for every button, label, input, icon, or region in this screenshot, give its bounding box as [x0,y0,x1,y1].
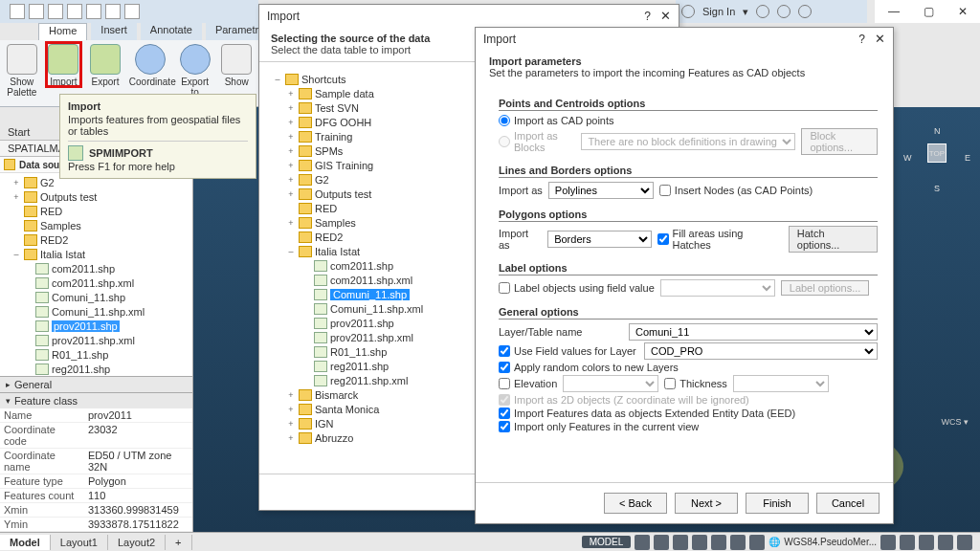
label-objects-checkbox[interactable] [499,282,510,294]
tab-insert[interactable]: Insert [91,23,137,40]
thickness-check[interactable]: Thickness [664,378,727,389]
dialog1-titlebar[interactable]: Import ? ✕ [259,5,679,27]
back-button[interactable]: < Back [604,493,667,514]
tree-file[interactable]: com2011.shp [0,261,192,276]
status-anno-icon[interactable] [900,535,915,550]
expand-icon[interactable]: + [286,103,296,113]
elevation-checkbox[interactable] [499,378,510,389]
qa-new-icon[interactable] [10,4,25,19]
dialog2-close-icon[interactable]: ✕ [875,32,885,46]
signin-dropdown-icon[interactable]: ▾ [743,6,748,18]
expand-icon[interactable]: + [286,405,296,414]
qa-open-icon[interactable] [29,4,44,19]
expand-icon[interactable]: + [11,178,21,187]
tree-file[interactable]: Comuni_11.shp.xml [0,304,192,319]
model-space-pill[interactable]: MODEL [582,536,632,548]
cart-icon[interactable] [756,5,769,18]
next-button[interactable]: Next > [675,493,738,514]
expand-icon[interactable]: + [286,189,296,199]
status-custom-icon[interactable] [957,535,972,550]
random-colors-check[interactable]: Apply random colors to new Layers [499,362,679,373]
show-button[interactable]: Show [218,42,255,87]
tab-layout1[interactable]: Layout1 [51,535,108,550]
tree-file[interactable]: prov2011.shp.xml [0,333,192,347]
use-field-layer-checkbox[interactable] [499,345,510,357]
maximize-button[interactable]: ▢ [911,0,946,23]
expand-icon[interactable]: + [286,390,296,400]
tree-file[interactable]: Comuni_11.shp [0,290,192,304]
export-button[interactable]: Export [87,42,123,87]
autodesk-app-icon[interactable] [777,5,791,18]
insert-nodes-checkbox[interactable] [659,185,671,196]
random-colors-checkbox[interactable] [499,362,510,373]
status-workspace-icon[interactable] [919,535,934,550]
opt-cad-points[interactable]: Import as CAD points [499,115,614,126]
import-eed-check[interactable]: Import Features data as objects Extended… [499,408,795,419]
tree-file[interactable]: prov2011.shp [0,319,192,333]
coord-system-label[interactable]: WGS84.PseudoMer... [784,537,877,547]
tree-file[interactable]: reg2011.shp [0,362,192,376]
fill-hatches-checkbox[interactable] [657,233,669,245]
expand-icon[interactable]: + [286,146,296,156]
dialog1-help-icon[interactable]: ? [644,10,651,23]
tree-folder[interactable]: RED [0,204,192,218]
radio-cad-points[interactable] [499,115,510,126]
help-icon[interactable] [798,5,812,18]
minimize-button[interactable]: — [877,0,911,23]
expand-icon[interactable]: + [286,118,296,127]
finish-button[interactable]: Finish [746,493,809,514]
expand-icon[interactable]: + [286,89,296,99]
tree-file[interactable]: R01_11.shp [0,347,192,362]
coordinate-button[interactable]: Coordinate [129,42,171,87]
status-polar-icon[interactable] [692,535,707,550]
import-current-view-check[interactable]: Import only Features in the current view [499,421,699,432]
expand-icon[interactable]: – [11,250,21,259]
hatch-options-button[interactable]: Hatch options... [789,226,878,253]
qa-saveas-icon[interactable] [67,4,82,19]
status-snap-icon[interactable] [654,535,669,550]
tree-folder[interactable]: –Italia Istat [0,247,192,261]
tab-model[interactable]: Model [0,535,51,550]
elevation-check[interactable]: Elevation [499,378,557,389]
tree-folder[interactable]: Samples [0,218,192,232]
data-sources-tree[interactable]: +G2+Outputs testREDSamplesRED2–Italia Is… [0,173,192,376]
show-palette-button[interactable]: Show Palette [4,42,40,98]
dialog2-titlebar[interactable]: Import ? ✕ [476,28,893,50]
status-clean-icon[interactable] [938,535,953,550]
cancel-button[interactable]: Cancel [816,493,880,514]
field-combo[interactable]: COD_PRO [644,342,878,360]
close-button[interactable]: ✕ [946,0,980,23]
export-to-button[interactable]: Export to [177,42,213,98]
general-header[interactable]: General [0,376,192,392]
fill-hatches-check[interactable]: Fill areas using Hatches [657,228,783,251]
thickness-checkbox[interactable] [664,378,676,389]
signin-link[interactable]: Sign In [702,6,735,17]
status-grid-icon[interactable] [635,535,650,550]
expand-icon[interactable]: + [286,433,296,443]
compass-top[interactable]: TOP [927,143,947,163]
insert-nodes-check[interactable]: Insert Nodes (as CAD Points) [659,185,813,196]
layer-name-combo[interactable]: Comuni_11 [629,323,878,341]
dialog1-close-icon[interactable]: ✕ [660,9,671,23]
import-current-view-checkbox[interactable] [499,421,510,432]
tab-annotate[interactable]: Annotate [141,23,202,40]
tree-folder[interactable]: RED2 [0,232,192,247]
import-button[interactable]: Import [46,42,82,87]
status-trans-icon[interactable] [749,535,765,550]
qa-redo-icon[interactable] [124,4,140,19]
qa-save-icon[interactable] [48,4,63,19]
feature-class-header[interactable]: Feature class [0,392,192,408]
expand-icon[interactable]: – [273,75,282,84]
expand-icon[interactable]: + [286,218,296,228]
tab-home[interactable]: Home [38,23,87,40]
import-eed-checkbox[interactable] [499,408,510,419]
tab-layout2[interactable]: Layout2 [108,535,166,550]
lines-combo[interactable]: Polylines [548,182,654,199]
label-objects-check[interactable]: Label objects using field value [499,282,655,294]
status-ortho-icon[interactable] [673,535,688,550]
status-lwt-icon[interactable] [730,535,746,550]
view-cube[interactable]: N S W E TOP [903,126,970,193]
expand-icon[interactable]: + [286,175,296,185]
expand-icon[interactable]: + [286,419,296,429]
tab-add[interactable]: + [166,535,191,550]
